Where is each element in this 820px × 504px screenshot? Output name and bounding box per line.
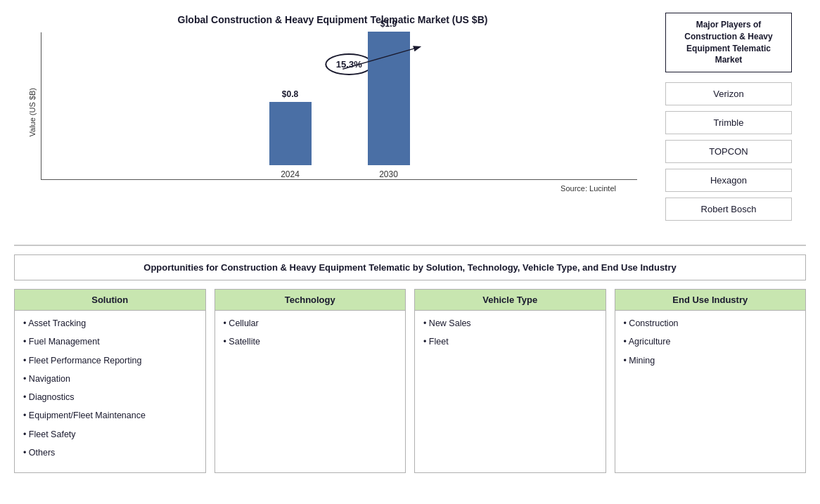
- bar-2030: [368, 32, 410, 165]
- bar-label-2024: 2024: [281, 169, 300, 179]
- bar-group-2024: $0.8 2024: [269, 89, 312, 179]
- opp-column-header-end-use: End Use Industry: [615, 290, 806, 311]
- opp-item-fleet-performance: Fleet Performance Reporting: [23, 355, 197, 366]
- player-topcon: TOPCON: [665, 140, 792, 163]
- opp-item-mining: Mining: [624, 355, 797, 366]
- opp-column-body-end-use: Construction Agriculture Mining: [615, 311, 806, 472]
- opp-item-agriculture: Agriculture: [624, 336, 797, 347]
- opp-item-fleet: Fleet: [423, 336, 597, 347]
- opp-item-equipment-fleet: Equipment/Fleet Maintenance: [23, 410, 197, 421]
- chart-title: Global Construction & Heavy Equipment Te…: [178, 14, 488, 25]
- opp-item-cellular: Cellular: [224, 318, 397, 329]
- opportunities-header: Opportunities for Construction & Heavy E…: [14, 254, 806, 280]
- opp-column-technology: Technology Cellular Satellite: [214, 289, 406, 473]
- bar-value-2030: $1.9: [380, 19, 397, 29]
- bar-2024: [269, 102, 312, 165]
- opp-item-diagnostics: Diagnostics: [23, 392, 197, 403]
- opp-item-asset-tracking: Asset Tracking: [23, 318, 197, 329]
- opp-item-construction: Construction: [624, 318, 797, 329]
- player-verizon: Verizon: [665, 82, 792, 105]
- opp-item-navigation: Navigation: [23, 373, 197, 385]
- bars-container: 15.3% $0.8 2024 $1.9 2030: [41, 32, 637, 180]
- source-text: Source: Lucintel: [41, 184, 637, 193]
- opp-column-body-solution: Asset Tracking Fuel Management Fleet Per…: [15, 311, 205, 472]
- opp-column-header-vehicle-type: Vehicle Type: [415, 290, 606, 311]
- bottom-section: Opportunities for Construction & Heavy E…: [14, 246, 806, 497]
- opp-column-header-technology: Technology: [215, 290, 406, 311]
- opp-item-fuel-management: Fuel Management: [23, 336, 197, 347]
- chart-area: Global Construction & Heavy Equipment Te…: [14, 7, 651, 238]
- opp-column-end-use: End Use Industry Construction Agricultur…: [615, 289, 807, 473]
- chart-plot: 15.3% $0.8 2024 $1.9 2030: [41, 32, 637, 193]
- bar-value-2024: $0.8: [282, 89, 298, 99]
- opp-item-new-sales: New Sales: [423, 318, 597, 329]
- opp-column-body-technology: Cellular Satellite: [215, 311, 406, 472]
- bar-label-2030: 2030: [379, 169, 398, 179]
- opp-item-fleet-safety: Fleet Safety: [23, 429, 197, 440]
- player-robert-bosch: Robert Bosch: [665, 198, 792, 221]
- player-trimble: Trimble: [665, 111, 792, 134]
- cagr-annotation: 15.3%: [325, 53, 373, 75]
- opp-column-header-solution: Solution: [15, 290, 205, 311]
- players-panel: Major Players of Construction & Heavy Eq…: [651, 7, 806, 238]
- opp-item-satellite: Satellite: [224, 336, 397, 347]
- players-title: Major Players of Construction & Heavy Eq…: [665, 13, 792, 72]
- opportunities-grid: Solution Asset Tracking Fuel Management …: [14, 289, 806, 473]
- bar-group-2030: $1.9 2030: [368, 19, 410, 179]
- opp-column-vehicle-type: Vehicle Type New Sales Fleet: [414, 289, 606, 473]
- cagr-oval: 15.3%: [325, 53, 373, 75]
- opp-column-solution: Solution Asset Tracking Fuel Management …: [14, 289, 206, 473]
- opp-item-others-solution: Others: [23, 447, 197, 458]
- y-axis-label: Value (US $B): [28, 88, 37, 137]
- opp-column-body-vehicle-type: New Sales Fleet: [415, 311, 606, 472]
- player-hexagon: Hexagon: [665, 169, 792, 192]
